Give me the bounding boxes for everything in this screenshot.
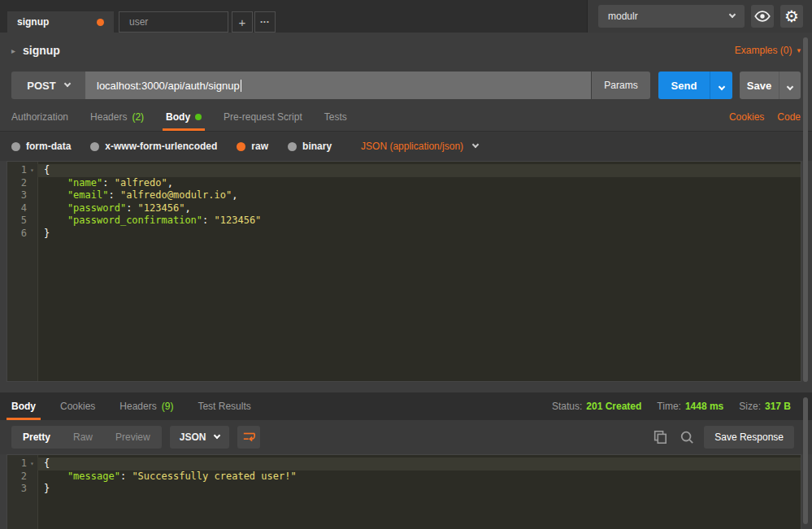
collapse-request-icon[interactable]: ▸: [11, 46, 15, 55]
chevron-down-icon: [472, 141, 479, 148]
fold-gutter: [27, 228, 37, 241]
code-text: {: [37, 457, 801, 470]
settings-button[interactable]: ⚙: [780, 5, 803, 28]
eye-icon: [754, 10, 771, 23]
url-builder-row: POST localhost:3000/api/auth/signup Para…: [0, 68, 812, 102]
params-button[interactable]: Params: [592, 72, 650, 99]
status-badge: Status: 201 Created: [552, 401, 641, 412]
fold-gutter: [27, 483, 37, 496]
postman-app: signup user + ••• modulr ⚙: [0, 0, 812, 529]
chevron-down-icon: [787, 83, 793, 89]
fold-icon[interactable]: ▾: [27, 457, 37, 470]
line-number: 2: [7, 470, 27, 483]
view-raw-button[interactable]: Raw: [62, 426, 104, 449]
body-type-row: form-data x-www-form-urlencoded raw bina…: [0, 132, 812, 161]
content-type-selector[interactable]: JSON (application/json): [361, 141, 478, 152]
request-tabs-strip: signup user + •••: [0, 0, 587, 33]
code-line: 5 "password_confirmation": "123456": [7, 215, 801, 228]
line-number: 1: [7, 457, 27, 470]
copy-icon: [653, 430, 667, 444]
environment-name: modulr: [608, 11, 638, 22]
tab-signup[interactable]: signup: [7, 11, 114, 33]
fold-gutter: [27, 470, 37, 483]
tab-label: user: [129, 16, 148, 28]
tab-body[interactable]: Body: [166, 102, 202, 131]
wrap-text-button[interactable]: [237, 426, 260, 449]
request-title-row: ▸ signup Examples (0) ▾: [0, 33, 812, 68]
body-type-form-data[interactable]: form-data: [11, 141, 71, 152]
wrap-text-icon: [242, 431, 256, 444]
method-selector[interactable]: POST: [11, 72, 85, 99]
save-response-button[interactable]: Save Response: [704, 426, 794, 449]
request-scrollbar[interactable]: [803, 37, 808, 382]
fold-icon[interactable]: ▾: [27, 164, 37, 177]
code-text: }: [37, 483, 801, 496]
fold-gutter: [27, 202, 37, 215]
code-line: 6}: [7, 228, 801, 241]
search-response-button[interactable]: [677, 427, 697, 447]
save-button[interactable]: Save: [740, 72, 779, 99]
chevron-down-icon: [718, 83, 724, 89]
response-actions: Save Response: [650, 426, 794, 449]
response-format-selector[interactable]: JSON: [170, 426, 230, 449]
examples-dropdown[interactable]: Examples (0) ▾: [735, 45, 801, 56]
line-number: 3: [7, 189, 27, 202]
request-editor-tabs: Authorization Headers (2) Body Pre-reque…: [0, 102, 812, 132]
environment-quick-look-button[interactable]: [751, 5, 774, 28]
code-line: 1▾{: [7, 457, 801, 470]
copy-response-button[interactable]: [650, 427, 670, 447]
response-scrollbar[interactable]: [803, 397, 808, 524]
line-number: 5: [7, 215, 27, 228]
view-preview-button[interactable]: Preview: [104, 426, 162, 449]
send-button[interactable]: Send: [658, 72, 710, 99]
request-links: Cookies Code: [729, 102, 801, 131]
tab-pre-request-script[interactable]: Pre-request Script: [224, 102, 302, 131]
code-line: 3 "email": "alfredo@modulr.io",: [7, 189, 801, 202]
response-tab-cookies[interactable]: Cookies: [60, 392, 95, 420]
tab-bar: signup user + ••• modulr ⚙: [0, 0, 812, 33]
radio-icon: [11, 142, 20, 151]
section-divider: [0, 382, 812, 392]
code-line: 4 "password": "123456",: [7, 202, 801, 215]
request-body-editor[interactable]: 1▾{2 "name": "alfredo",3 "email": "alfre…: [7, 161, 801, 382]
response-tab-headers[interactable]: Headers (9): [119, 392, 173, 420]
request-name: signup: [23, 44, 60, 57]
chevron-down-icon: [729, 11, 736, 18]
tab-user[interactable]: user: [119, 11, 228, 33]
line-number: 6: [7, 228, 27, 241]
body-present-dot-icon: [195, 114, 202, 120]
tab-tests[interactable]: Tests: [324, 102, 347, 131]
fold-gutter: [27, 215, 37, 228]
fold-gutter: [27, 177, 37, 190]
url-input[interactable]: localhost:3000/api/auth/signup: [85, 72, 591, 99]
save-button-group: Save: [740, 72, 801, 99]
tab-headers[interactable]: Headers (2): [90, 102, 144, 131]
environment-selector[interactable]: modulr: [598, 5, 745, 28]
view-pretty-button[interactable]: Pretty: [11, 426, 62, 449]
code-link[interactable]: Code: [777, 111, 801, 123]
response-tabs-row: Body Cookies Headers (9) Test Results St…: [0, 392, 812, 420]
response-tab-body[interactable]: Body: [11, 392, 36, 420]
cookies-link[interactable]: Cookies: [729, 111, 764, 123]
code-text: "password": "123456",: [37, 202, 801, 215]
fold-gutter: [27, 189, 37, 202]
radio-icon: [90, 142, 99, 151]
new-tab-button[interactable]: +: [232, 11, 253, 33]
response-tab-test-results[interactable]: Test Results: [198, 392, 250, 420]
code-text: "password_confirmation": "123456": [37, 215, 801, 228]
tab-options-button[interactable]: •••: [254, 11, 276, 33]
body-type-urlencoded[interactable]: x-www-form-urlencoded: [90, 141, 217, 152]
gear-icon: ⚙: [784, 8, 799, 24]
body-type-raw[interactable]: raw: [237, 141, 268, 152]
code-line: 3}: [7, 483, 801, 496]
response-body-editor[interactable]: 1▾{2 "message": "Successfully created us…: [7, 454, 801, 529]
code-text: "message": "Successfully created user!": [37, 470, 801, 483]
text-cursor: [241, 80, 241, 92]
send-options-button[interactable]: [710, 72, 732, 99]
code-text: "email": "alfredo@modulr.io",: [37, 189, 801, 202]
body-type-binary[interactable]: binary: [288, 141, 332, 152]
tab-authorization[interactable]: Authorization: [11, 102, 68, 131]
method-value: POST: [27, 80, 55, 92]
save-options-button[interactable]: [779, 72, 801, 99]
response-toolbar: Pretty Raw Preview JSON: [0, 420, 812, 454]
